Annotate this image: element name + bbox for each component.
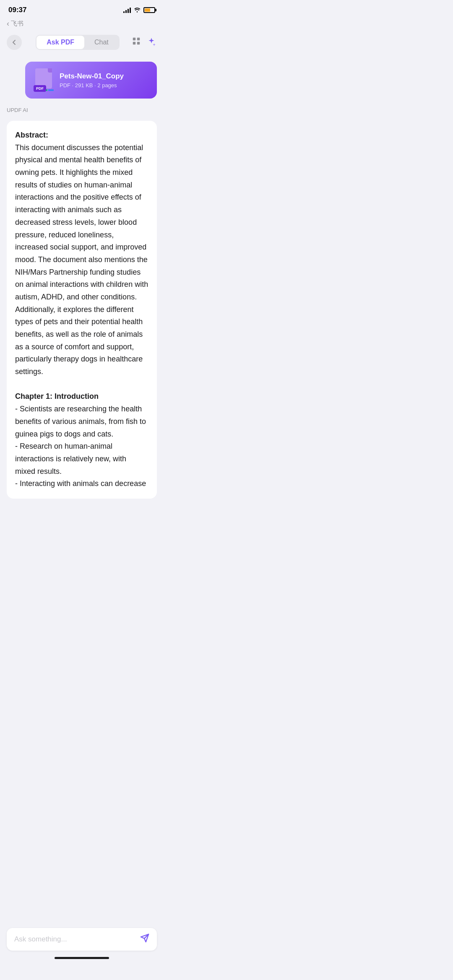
tools-button[interactable] <box>132 36 141 48</box>
pdf-info: Pets-New-01_Copy PDF · 291 KB · 2 pages <box>60 72 148 88</box>
svg-rect-0 <box>133 38 135 40</box>
chat-tab[interactable]: Chat <box>84 36 119 49</box>
nav-left <box>7 35 23 50</box>
wifi-icon <box>133 7 141 14</box>
status-time: 09:37 <box>8 6 26 14</box>
sparkle-button[interactable] <box>146 37 157 48</box>
svg-rect-3 <box>137 42 140 44</box>
nav-right <box>132 36 157 48</box>
back-chevron-icon: ‹ <box>7 19 9 28</box>
response-text: Abstract: This document discusses the po… <box>15 129 148 490</box>
segment-control: Ask PDF Chat <box>36 35 120 50</box>
top-nav: Ask PDF Chat <box>0 31 164 55</box>
back-circle-button[interactable] <box>7 35 22 50</box>
back-button[interactable]: ‹ 飞书 <box>7 19 23 28</box>
status-bar: 09:37 <box>0 0 164 18</box>
scroll-area: PDF Pets-New-01_Copy PDF · 291 KB · 2 pa… <box>0 55 164 549</box>
svg-rect-2 <box>133 42 135 44</box>
svg-rect-1 <box>137 38 140 40</box>
pdf-meta: PDF · 291 KB · 2 pages <box>60 82 148 88</box>
pdf-card: PDF Pets-New-01_Copy PDF · 291 KB · 2 pa… <box>25 62 157 99</box>
pdf-badge: PDF <box>34 85 46 92</box>
signal-icon <box>123 7 131 13</box>
response-card: Abstract: This document discusses the po… <box>7 121 157 499</box>
pdf-file-icon: PDF <box>34 68 54 92</box>
status-icons <box>123 7 155 14</box>
nav-back-row: ‹ 飞书 <box>0 18 164 31</box>
pdf-title: Pets-New-01_Copy <box>60 72 148 81</box>
back-label: 飞书 <box>11 20 23 28</box>
pdf-card-container: PDF Pets-New-01_Copy PDF · 291 KB · 2 pa… <box>0 55 164 99</box>
ai-section: UPDF AI <box>0 99 164 121</box>
ai-label: UPDF AI <box>7 107 157 113</box>
ask-pdf-tab[interactable]: Ask PDF <box>36 36 84 49</box>
battery-icon <box>143 7 155 13</box>
